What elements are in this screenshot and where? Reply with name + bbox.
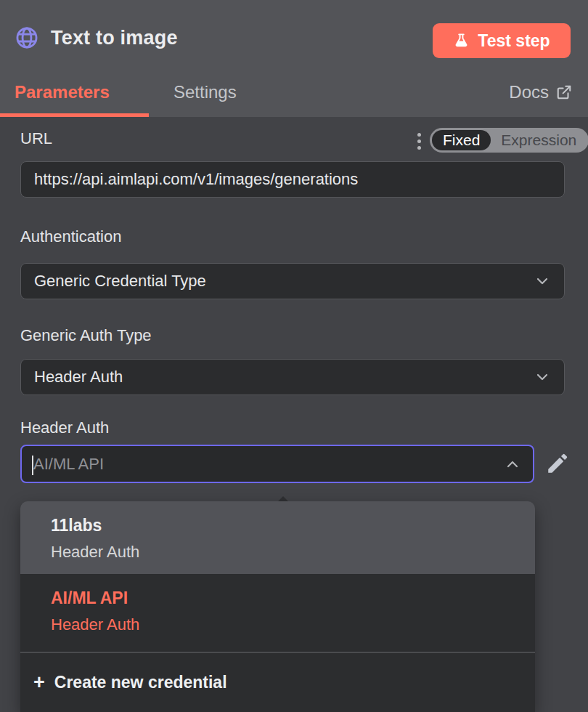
flask-icon (453, 33, 470, 49)
authentication-value: Generic Credential Type (34, 272, 206, 291)
create-new-credential-button[interactable]: + Create new credential (20, 653, 535, 712)
active-tab-underline (0, 113, 149, 117)
tab-settings[interactable]: Settings (173, 82, 237, 102)
credential-type: Header Auth (51, 544, 520, 560)
toggle-option-expression[interactable]: Expression (491, 132, 587, 149)
credential-dropdown: 11labs Header Auth AI/ML API Header Auth… (20, 501, 535, 712)
fixed-expression-toggle[interactable]: Fixed Expression (430, 128, 588, 153)
authentication-label: Authentication (20, 227, 121, 246)
credential-option-11labs[interactable]: 11labs Header Auth (20, 501, 535, 574)
parameter-options-icon[interactable] (414, 130, 424, 152)
text-cursor (32, 456, 33, 475)
docs-link[interactable]: Docs (509, 82, 572, 102)
plus-icon: + (33, 673, 45, 692)
create-new-credential-label: Create new credential (54, 673, 227, 692)
generic-auth-type-select[interactable]: Header Auth (20, 359, 565, 395)
generic-auth-type-value: Header Auth (34, 368, 123, 387)
node-header: Text to image Test step Parameters Setti… (0, 0, 588, 117)
credential-option-aiml-api[interactable]: AI/ML API Header Auth (20, 574, 535, 652)
credential-select-box[interactable] (20, 445, 534, 483)
tab-parameters[interactable]: Parameters (15, 82, 110, 102)
credential-label: Header Auth (20, 418, 109, 437)
credential-type: Header Auth (51, 617, 520, 633)
chevron-down-icon (534, 272, 551, 290)
test-step-button[interactable]: Test step (433, 23, 571, 58)
url-input[interactable] (20, 161, 565, 198)
external-link-icon (556, 84, 572, 100)
authentication-select[interactable]: Generic Credential Type (20, 263, 565, 299)
credential-name: AI/ML API (51, 590, 520, 607)
globe-icon (15, 25, 39, 50)
chevron-down-icon (534, 368, 551, 386)
chevron-up-icon[interactable] (504, 456, 521, 473)
edit-credential-pencil-icon[interactable] (545, 451, 570, 476)
test-step-label: Test step (478, 31, 550, 51)
toggle-option-fixed[interactable]: Fixed (432, 130, 491, 150)
docs-label: Docs (509, 82, 549, 102)
generic-auth-type-label: Generic Auth Type (20, 326, 152, 345)
url-label: URL (20, 129, 52, 148)
node-details-panel: Text to image Test step Parameters Setti… (0, 0, 588, 712)
credential-search-input[interactable] (22, 455, 504, 474)
node-title: Text to image (51, 27, 178, 49)
credential-name: 11labs (51, 517, 520, 534)
